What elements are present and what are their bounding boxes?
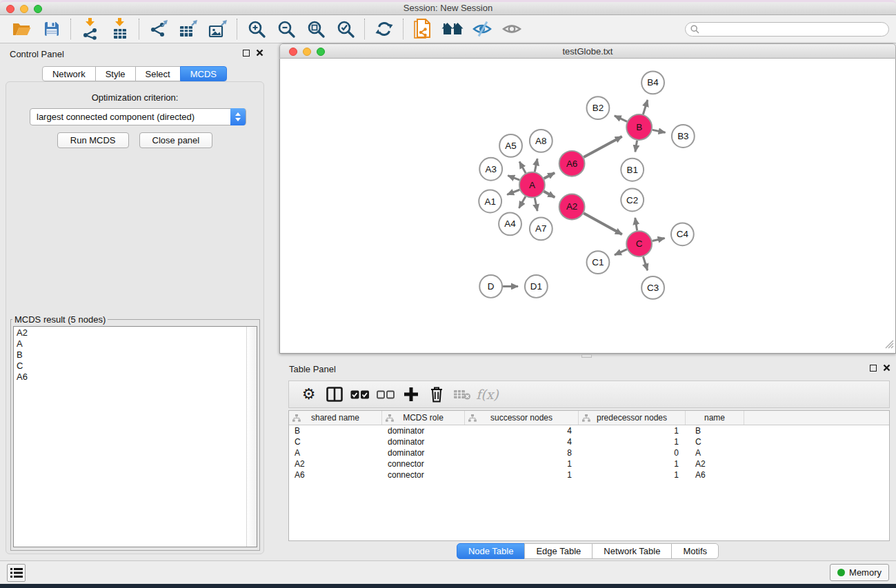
graph-node-A2[interactable]: A2: [559, 194, 585, 220]
table-row[interactable]: Cdominator41C: [289, 436, 889, 447]
zoom-out-button[interactable]: [271, 16, 301, 42]
graph-node-C3[interactable]: C3: [641, 276, 664, 299]
hide-graphics-details-button[interactable]: [467, 16, 497, 42]
table-row[interactable]: A2connector11A2: [289, 458, 889, 469]
list-item[interactable]: C: [14, 361, 246, 372]
graph-edge-C-C3[interactable]: [643, 256, 647, 270]
graph-node-C4[interactable]: C4: [671, 223, 694, 245]
column-header-shared-name[interactable]: shared name: [289, 411, 382, 425]
close-network-button[interactable]: [289, 48, 297, 56]
export-table-button[interactable]: [173, 16, 203, 42]
graph-node-D1[interactable]: D1: [525, 275, 548, 298]
zoom-selected-button[interactable]: [330, 16, 360, 42]
graph-edge-A-A1[interactable]: [507, 190, 519, 194]
export-image-button[interactable]: [203, 16, 232, 42]
horizontal-splitter-handle[interactable]: [581, 354, 592, 358]
graph-edge-A6-B[interactable]: [584, 136, 622, 157]
graph-edge-A2-C[interactable]: [584, 213, 622, 234]
graph-edge-A-A7[interactable]: [535, 198, 537, 211]
graph-node-C[interactable]: C: [626, 231, 652, 256]
list-scrollbar[interactable]: [246, 327, 257, 547]
table-row[interactable]: A6connector11A6: [289, 469, 889, 480]
select-all-columns-button[interactable]: [347, 382, 372, 407]
export-network-button[interactable]: [143, 16, 173, 42]
tab-motifs[interactable]: Motifs: [671, 543, 719, 559]
create-column-button[interactable]: [398, 382, 424, 407]
run-mcds-button[interactable]: Run MCDS: [57, 132, 129, 148]
criterion-dropdown[interactable]: largest connected component (directed): [30, 108, 246, 125]
list-item[interactable]: A: [14, 338, 246, 349]
graph-edge-C-C2[interactable]: [635, 218, 637, 230]
column-header-predecessor-nodes[interactable]: predecessor nodes: [579, 411, 686, 425]
graph-edge-A-A6[interactable]: [544, 173, 555, 179]
graph-edge-B-B1[interactable]: [635, 141, 637, 152]
graph-node-A[interactable]: A: [519, 172, 545, 198]
deselect-all-columns-button[interactable]: [372, 382, 398, 407]
tab-style[interactable]: Style: [95, 66, 136, 81]
close-panel-icon[interactable]: [256, 49, 263, 57]
tab-node-table[interactable]: Node Table: [457, 543, 526, 559]
open-session-button[interactable]: [7, 16, 37, 42]
graph-edge-B-B3[interactable]: [653, 130, 666, 132]
minimize-window-button[interactable]: [20, 5, 28, 13]
save-session-button[interactable]: [37, 16, 66, 42]
table-settings-button[interactable]: ⚙: [296, 382, 321, 407]
zoom-network-button[interactable]: [317, 48, 325, 56]
graph-node-A4[interactable]: A4: [499, 212, 521, 235]
close-panel-button[interactable]: Close panel: [139, 132, 213, 148]
graph-node-A7[interactable]: A7: [530, 217, 552, 240]
list-item[interactable]: A6: [14, 372, 246, 383]
float-table-panel-icon[interactable]: [870, 365, 877, 372]
close-table-panel-icon[interactable]: [883, 364, 890, 372]
graph-edge-C-C4[interactable]: [653, 239, 665, 241]
refresh-button[interactable]: [369, 16, 399, 42]
graph-node-A5[interactable]: A5: [499, 134, 522, 157]
graph-node-A1[interactable]: A1: [479, 190, 501, 213]
list-item[interactable]: A2: [14, 327, 246, 338]
resize-grip[interactable]: [885, 339, 894, 352]
graph-edge-B-B2[interactable]: [615, 116, 627, 122]
graph-node-B[interactable]: B: [626, 114, 652, 140]
graph-edge-A-A8[interactable]: [535, 159, 537, 172]
graph-node-C2[interactable]: C2: [621, 189, 644, 212]
graph-edge-A-A5[interactable]: [519, 162, 526, 174]
search-input[interactable]: [685, 22, 889, 37]
memory-button[interactable]: Memory: [830, 564, 889, 581]
import-table-button[interactable]: [105, 16, 135, 42]
delete-column-button[interactable]: [424, 382, 449, 407]
graph-node-B1[interactable]: B1: [621, 159, 644, 181]
graph-edge-A-A4[interactable]: [519, 196, 525, 208]
zoom-window-button[interactable]: [34, 5, 42, 13]
graph-edge-C-C1[interactable]: [615, 250, 627, 255]
graph-node-A8[interactable]: A8: [530, 130, 552, 152]
network-canvas[interactable]: B4B2BB3A5A8A6B1A3AC2A1A2A4A7C4CC1DD1C3: [279, 59, 896, 354]
tab-select[interactable]: Select: [135, 66, 181, 81]
column-header-MCDS-role[interactable]: MCDS role: [382, 411, 465, 425]
graph-edge-B-B4[interactable]: [643, 100, 647, 114]
graph-edge-A-A2[interactable]: [544, 192, 555, 198]
graph-node-B4[interactable]: B4: [641, 71, 664, 94]
graph-node-C1[interactable]: C1: [587, 251, 610, 274]
close-window-button[interactable]: [6, 5, 14, 13]
graph-node-B2[interactable]: B2: [587, 97, 610, 119]
network-window-titlebar[interactable]: testGlobe.txt: [279, 43, 896, 59]
new-network-from-file-button[interactable]: [408, 16, 437, 42]
graph-node-B3[interactable]: B3: [672, 125, 695, 148]
graph-node-A6[interactable]: A6: [559, 151, 585, 176]
float-panel-icon[interactable]: [243, 50, 250, 57]
zoom-fit-button[interactable]: [301, 16, 330, 42]
column-header-successor-nodes[interactable]: successor nodes: [465, 411, 579, 425]
task-history-button[interactable]: [7, 564, 26, 582]
tab-mcds[interactable]: MCDS: [180, 66, 227, 81]
graph-edge-A-A3[interactable]: [508, 176, 519, 181]
table-row[interactable]: Bdominator41B: [289, 425, 889, 436]
home-button[interactable]: [437, 16, 467, 42]
tab-network-table[interactable]: Network Table: [592, 543, 672, 559]
tab-network[interactable]: Network: [42, 66, 96, 81]
tab-edge-table[interactable]: Edge Table: [524, 543, 593, 559]
graph-node-A3[interactable]: A3: [479, 158, 502, 181]
list-item[interactable]: B: [14, 349, 246, 361]
table-row[interactable]: Adominator80A: [289, 447, 889, 458]
minimize-network-button[interactable]: [303, 48, 311, 56]
column-header-name[interactable]: name: [686, 411, 744, 425]
